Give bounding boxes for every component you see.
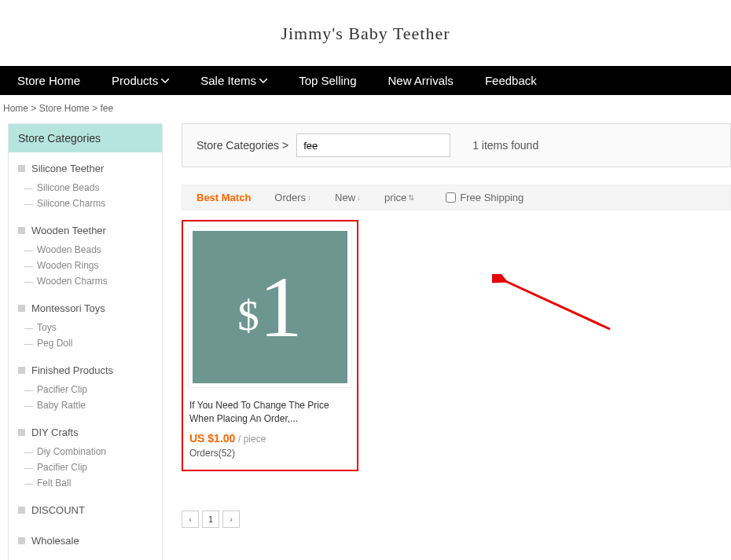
category-finished-products[interactable]: Finished Products [18, 359, 152, 382]
product-image: $1 [193, 231, 347, 383]
nav-products-label: Products [112, 74, 158, 87]
category-silicone-teether[interactable]: Silicone Teether [18, 157, 152, 180]
product-image-wrap: $1 [188, 226, 352, 388]
store-title: Jimmy's Baby Teether [0, 24, 731, 44]
category-bullet-icon [18, 227, 25, 234]
sort-orders[interactable]: Orders↓ [274, 192, 311, 203]
nav-feedback[interactable]: Feedback [485, 74, 537, 87]
page-prev-button[interactable]: ‹ [182, 511, 199, 528]
category-discount[interactable]: DISCOUNT [18, 499, 152, 522]
items-found-label: 1 items found [472, 139, 538, 152]
category-bullet-icon [18, 305, 25, 312]
subcategory-silicone-beads[interactable]: Silicone Beads [18, 180, 152, 196]
breadcrumb: Home > Store Home > fee [0, 95, 731, 123]
subcategory-diy-combination[interactable]: Diy Combination [18, 444, 152, 459]
subcategory-peg-doll[interactable]: Peg Doll [18, 335, 152, 351]
subcategory-wooden-charms[interactable]: Wooden Charms [18, 273, 152, 289]
free-shipping-filter[interactable]: Free Shipping [446, 192, 523, 203]
dollar-one-graphic: $1 [237, 264, 303, 350]
category-label: DIY Crafts [31, 426, 79, 438]
nav-store-home[interactable]: Store Home [17, 74, 80, 87]
sort-price[interactable]: price⇅ [384, 192, 414, 203]
category-bullet-icon [18, 537, 25, 544]
category-montessori-toys[interactable]: Montessori Toys [18, 297, 152, 320]
sort-best-match[interactable]: Best Match [197, 192, 251, 203]
chevron-down-icon [161, 79, 169, 83]
category-label: Wholesale [31, 535, 79, 547]
page-number[interactable]: 1 [202, 511, 219, 528]
subcategory-baby-rattle[interactable]: Baby Rattle [18, 397, 152, 413]
arrow-down-icon: ↓ [307, 193, 311, 202]
search-label: Store Categories > [197, 139, 288, 152]
nav-feedback-label: Feedback [485, 74, 537, 87]
sidebar-title: Store Categories [9, 124, 162, 152]
sort-price-label: price [384, 192, 406, 203]
nav-new-label: New Arrivals [388, 74, 454, 87]
category-wooden-teether[interactable]: Wooden Teether [18, 219, 152, 242]
product-orders: Orders(52) [188, 448, 352, 459]
breadcrumb-home[interactable]: Home [3, 103, 28, 114]
subcategory-pacifier-clip[interactable]: Pacifier Clip [18, 382, 152, 397]
category-bullet-icon [18, 165, 25, 172]
subcategory-wooden-beads[interactable]: Wooden Beads [18, 242, 152, 258]
subcategory-pacifier-clip[interactable]: Pacifier Clip [18, 459, 152, 475]
category-label: DISCOUNT [31, 504, 85, 516]
sort-new[interactable]: New↓ [335, 192, 361, 203]
content-area: Store Categories > 1 items found Best Ma… [182, 123, 731, 528]
price-value: US $1.00 [189, 432, 235, 445]
search-input[interactable] [297, 134, 442, 156]
category-label: Montessori Toys [31, 302, 105, 314]
sort-orders-label: Orders [274, 192, 306, 203]
nav-top-selling[interactable]: Top Selling [299, 74, 356, 87]
subcategory-felt-ball[interactable]: Felt Ball [18, 475, 152, 491]
category-label: Silicone Teether [31, 163, 104, 174]
nav-sale-items[interactable]: Sale Items [200, 74, 267, 87]
main-nav: Store Home Products Sale Items Top Selli… [0, 66, 731, 95]
nav-products[interactable]: Products [112, 74, 169, 87]
product-card[interactable]: $1 If You Need To Change The Price When … [182, 220, 358, 471]
sort-bar: Best Match Orders↓ New↓ price⇅ Free Ship… [182, 185, 731, 210]
nav-store-home-label: Store Home [17, 74, 80, 87]
breadcrumb-current: fee [100, 103, 113, 114]
sidebar: Store Categories Silicone TeetherSilicon… [8, 123, 163, 560]
sort-new-label: New [335, 192, 355, 203]
nav-new-arrivals[interactable]: New Arrivals [388, 74, 454, 87]
arrow-down-icon: ↓ [357, 193, 361, 202]
category-search-bar: Store Categories > 1 items found [182, 123, 731, 167]
nav-sale-label: Sale Items [200, 74, 256, 87]
page-next-button[interactable]: › [222, 511, 240, 528]
search-input-wrap [296, 134, 450, 157]
category-bullet-icon [18, 429, 25, 436]
category-diy-crafts[interactable]: DIY Crafts [18, 421, 152, 444]
category-bullet-icon [18, 507, 25, 514]
free-shipping-checkbox[interactable] [446, 192, 456, 203]
breadcrumb-store-home[interactable]: Store Home [39, 103, 90, 114]
category-label: Finished Products [31, 364, 113, 376]
nav-top-label: Top Selling [299, 74, 356, 87]
chevron-down-icon [259, 79, 267, 83]
price-unit: / piece [238, 434, 266, 445]
category-label: Wooden Teether [31, 225, 106, 236]
product-title: If You Need To Change The Price When Pla… [188, 399, 352, 426]
pagination: ‹ 1 › [182, 511, 731, 528]
arrow-updown-icon: ⇅ [408, 193, 414, 202]
free-shipping-label: Free Shipping [460, 192, 523, 203]
category-bullet-icon [18, 367, 25, 374]
product-price: US $1.00 / piece [188, 432, 352, 445]
category-wholesale[interactable]: Wholesale [18, 529, 152, 552]
subcategory-silicone-charms[interactable]: Silicone Charms [18, 196, 152, 211]
subcategory-wooden-rings[interactable]: Wooden Rings [18, 258, 152, 273]
subcategory-toys[interactable]: Toys [18, 320, 152, 335]
